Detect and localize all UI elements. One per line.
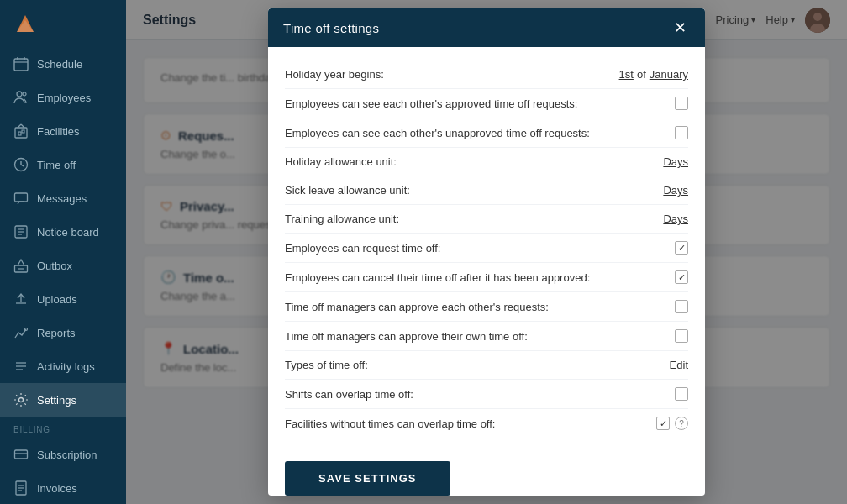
sidebar-item-facilities[interactable]: Facilities xyxy=(0,114,126,148)
sidebar-item-invoices-label: Invoices xyxy=(37,482,77,495)
notice-icon xyxy=(13,224,29,239)
holiday-year-label: Holiday year begins: xyxy=(285,68,619,81)
employees-cancel-control xyxy=(675,270,688,284)
invoice-icon xyxy=(13,480,29,496)
sidebar-item-settings-label: Settings xyxy=(37,394,76,407)
shifts-overlap-checkbox[interactable] xyxy=(675,387,688,401)
types-of-time-off-edit[interactable]: Edit xyxy=(670,359,688,371)
managers-approve-own-label: Time off managers can approve their own … xyxy=(285,330,675,343)
facilities-overlap-checkbox[interactable] xyxy=(656,417,670,430)
facilities-overlap-label: Facilities without times can overlap tim… xyxy=(285,417,656,430)
main-nav: Schedule Employees Facilities xyxy=(0,47,126,417)
svg-rect-29 xyxy=(15,450,28,459)
unapproved-requests-checkbox[interactable] xyxy=(675,126,688,139)
modal-header: Time off settings ✕ xyxy=(268,8,705,47)
approved-requests-label: Employees can see each other's approved … xyxy=(285,97,675,110)
card-icon xyxy=(13,447,29,462)
chart-icon xyxy=(13,325,29,340)
row-facilities-overlap: Facilities without times can overlap tim… xyxy=(285,409,688,438)
sidebar-item-messages-label: Messages xyxy=(37,192,87,205)
outbox-icon xyxy=(13,258,29,273)
employees-cancel-checkbox[interactable] xyxy=(675,270,688,284)
gear-icon xyxy=(13,392,29,407)
employees-cancel-label: Employees can cancel their time off afte… xyxy=(285,271,675,284)
approved-requests-checkbox[interactable] xyxy=(675,97,688,110)
sidebar-item-notice-board-label: Notice board xyxy=(37,226,99,239)
employees-request-control xyxy=(675,241,688,255)
employees-request-label: Employees can request time off: xyxy=(285,242,675,255)
sidebar-item-uploads[interactable]: Uploads xyxy=(0,282,126,316)
managers-approve-own-checkbox[interactable] xyxy=(675,329,688,343)
managers-approve-each-other-control xyxy=(675,300,688,313)
row-training-allowance: Training allowance unit: Days xyxy=(285,205,688,234)
modal-body: Holiday year begins: 1st of January Empl… xyxy=(268,47,705,451)
holiday-allowance-control: Days xyxy=(663,155,688,168)
holiday-allowance-value[interactable]: Days xyxy=(663,155,688,168)
holiday-allowance-label: Holiday allowance unit: xyxy=(285,155,663,168)
managers-approve-each-other-label: Time off managers can approve each other… xyxy=(285,301,675,313)
sidebar-item-facilities-label: Facilities xyxy=(37,125,80,138)
sidebar-item-outbox[interactable]: Outbox xyxy=(0,249,126,282)
list-icon xyxy=(13,359,29,374)
save-settings-button[interactable]: SAVE SETTINGS xyxy=(285,461,450,496)
sidebar-item-schedule[interactable]: Schedule xyxy=(0,47,126,81)
sidebar-item-notice-board[interactable]: Notice board xyxy=(0,215,126,249)
sidebar-item-messages[interactable]: Messages xyxy=(0,181,126,215)
svg-point-7 xyxy=(23,92,26,96)
sick-leave-label: Sick leave allowance unit: xyxy=(285,184,663,197)
building-icon xyxy=(13,123,29,139)
managers-approve-each-other-checkbox[interactable] xyxy=(675,300,688,313)
sidebar-item-schedule-label: Schedule xyxy=(37,58,82,71)
types-of-time-off-control: Edit xyxy=(670,359,688,371)
sidebar-item-reports[interactable]: Reports xyxy=(0,316,126,349)
shifts-overlap-label: Shifts can overlap time off: xyxy=(285,388,675,401)
unapproved-requests-control xyxy=(675,126,688,139)
svg-point-6 xyxy=(17,92,22,97)
svg-marker-1 xyxy=(17,20,34,32)
holiday-year-day[interactable]: 1st xyxy=(619,68,634,81)
calendar-icon xyxy=(13,56,29,71)
svg-point-28 xyxy=(19,398,24,402)
row-types-of-time-off: Types of time off: Edit xyxy=(285,351,688,380)
sidebar-item-time-off[interactable]: Time off xyxy=(0,148,126,181)
chat-icon xyxy=(13,191,29,206)
svg-line-15 xyxy=(21,165,24,166)
logo[interactable] xyxy=(0,0,126,47)
modal-close-button[interactable]: ✕ xyxy=(671,20,690,35)
sidebar-item-settings[interactable]: Settings xyxy=(0,383,126,417)
unapproved-requests-label: Employees can see each other's unapprove… xyxy=(285,127,675,139)
row-unapproved-requests: Employees can see each other's unapprove… xyxy=(285,118,688,148)
sidebar-item-subscription[interactable]: Subscription xyxy=(0,438,126,471)
svg-rect-16 xyxy=(15,193,28,202)
row-employees-request: Employees can request time off: xyxy=(285,234,688,263)
help-question-mark: ? xyxy=(679,419,684,428)
row-sick-leave: Sick leave allowance unit: Days xyxy=(285,176,688,205)
row-managers-approve-own: Time off managers can approve their own … xyxy=(285,322,688,351)
managers-approve-own-control xyxy=(675,329,688,343)
sidebar-item-subscription-label: Subscription xyxy=(37,449,97,461)
svg-rect-10 xyxy=(22,130,24,133)
people-icon xyxy=(13,90,29,105)
sidebar-item-outbox-label: Outbox xyxy=(37,260,72,272)
sidebar: Schedule Employees Facilities xyxy=(0,0,126,504)
sidebar-item-employees[interactable]: Employees xyxy=(0,81,126,114)
shifts-overlap-control xyxy=(675,387,688,401)
holiday-year-month[interactable]: January xyxy=(650,68,688,81)
holiday-year-control: 1st of January xyxy=(619,68,688,81)
sidebar-item-uploads-label: Uploads xyxy=(37,293,77,306)
upload-icon xyxy=(13,291,29,307)
sidebar-item-activity-logs[interactable]: Activity logs xyxy=(0,349,126,383)
row-approved-requests: Employees can see each other's approved … xyxy=(285,89,688,118)
sidebar-item-employees-label: Employees xyxy=(37,92,91,104)
row-holiday-year-begins: Holiday year begins: 1st of January xyxy=(285,60,688,89)
sick-leave-value[interactable]: Days xyxy=(663,184,688,197)
sidebar-item-invoices[interactable]: Invoices xyxy=(0,471,126,504)
training-allowance-label: Training allowance unit: xyxy=(285,213,663,225)
row-shifts-overlap: Shifts can overlap time off: xyxy=(285,380,688,409)
training-allowance-value[interactable]: Days xyxy=(663,213,688,225)
sidebar-item-time-off-label: Time off xyxy=(37,159,76,171)
employees-request-checkbox[interactable] xyxy=(675,241,688,255)
approved-requests-control xyxy=(675,97,688,110)
facilities-overlap-help-icon[interactable]: ? xyxy=(675,417,688,430)
row-employees-cancel: Employees can cancel their time off afte… xyxy=(285,263,688,292)
